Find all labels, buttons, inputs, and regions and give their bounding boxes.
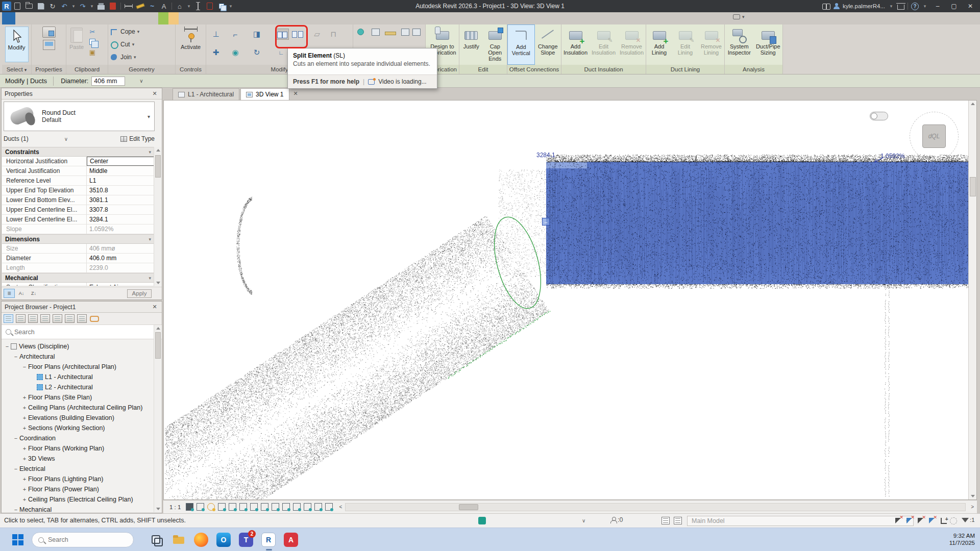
property-value[interactable]: 406.0 mm	[87, 254, 154, 263]
property-value[interactable]: 3510.8	[87, 186, 154, 195]
property-value[interactable]: 406 mmø	[87, 244, 154, 253]
geometry-tool[interactable]: Cope ▾	[108, 25, 175, 38]
sort-by-group-button[interactable]: ≡	[4, 289, 15, 298]
account-avatar-icon[interactable]	[834, 3, 840, 9]
properties-close-icon[interactable]: ✕	[151, 90, 159, 97]
trim-extend-icon[interactable]: ∟	[275, 46, 288, 59]
task-view-button[interactable]	[149, 533, 163, 547]
worksharing-display-icon[interactable]	[314, 503, 322, 511]
undo-dropdown-icon[interactable]: ▾	[70, 1, 77, 11]
activate-label[interactable]: Activate	[176, 44, 206, 50]
scrollbar-thumb[interactable]	[155, 332, 161, 359]
scroll-left-icon[interactable]: <	[336, 504, 345, 510]
diameter-dropdown-icon[interactable]: ∨	[139, 78, 143, 84]
property-value[interactable]: 2239.0	[87, 263, 154, 272]
ribbon-tab[interactable]	[117, 12, 128, 24]
tree-item[interactable]: + Sections (Working Section)	[2, 423, 154, 433]
browser-sheets-icon[interactable]	[40, 314, 50, 323]
browser-search[interactable]	[2, 325, 162, 339]
diameter-input[interactable]: 406 mm	[91, 77, 125, 86]
browser-schedules-icon[interactable]	[28, 314, 38, 323]
tree-toggle[interactable]: +	[21, 456, 28, 462]
status-dropdown-icon[interactable]: ∨	[582, 518, 585, 523]
property-value[interactable]: Middle	[87, 166, 154, 176]
browser-families-icon[interactable]	[53, 314, 62, 323]
show-analytical-model-icon[interactable]	[282, 503, 290, 511]
tree-item[interactable]: − Floor Plans (Architectural Plan)	[2, 362, 154, 372]
detail-level-icon[interactable]	[186, 503, 193, 511]
tree-toggle[interactable]: −	[12, 466, 19, 472]
help-icon[interactable]: ?	[911, 3, 919, 10]
ribbon-tab[interactable]	[56, 12, 66, 24]
browser-links-icon[interactable]	[89, 314, 99, 323]
browser-views-icon[interactable]	[16, 314, 26, 323]
family-types-icon[interactable]	[43, 40, 55, 50]
tree-item[interactable]: L1 - Architectural	[2, 372, 154, 382]
duct-lining-button[interactable]: AddLining	[646, 24, 672, 65]
panel-label-edit[interactable]: Edit	[459, 65, 507, 74]
selection-box-icon[interactable]	[357, 29, 364, 35]
property-value[interactable]: 3307.8	[87, 205, 154, 214]
tree-toggle[interactable]: −	[21, 364, 28, 370]
drag-on-selection-icon[interactable]	[939, 517, 947, 525]
scroll-up-icon[interactable]	[156, 149, 160, 152]
scroll-down-icon[interactable]	[156, 508, 160, 510]
temporary-view-properties-icon[interactable]	[272, 503, 279, 511]
viewcube-face[interactable]: dQL	[922, 124, 946, 148]
tree-item[interactable]: L2 - Architectural	[2, 382, 154, 392]
align-icon[interactable]: ⊥	[209, 28, 223, 41]
taskbar-clock[interactable]: 9:32 AM 11/7/2025	[949, 532, 975, 546]
duct-insulation-button[interactable]: AddInsulation	[561, 24, 590, 65]
geometry-dropdown-icon[interactable]: ▾	[134, 55, 136, 60]
thin-lines-icon[interactable]	[192, 1, 204, 11]
scrollbar-thumb[interactable]	[970, 177, 976, 196]
tree-item[interactable]: + Ceiling Plans (Architectural Ceiling P…	[2, 403, 154, 413]
property-row[interactable]: Length 2239.0	[2, 263, 154, 273]
tree-toggle[interactable]: +	[21, 476, 28, 482]
property-row[interactable]: Vertical Justification Middle	[2, 166, 154, 176]
ribbon-tab[interactable]	[168, 12, 179, 24]
property-value[interactable]: L1	[87, 176, 154, 185]
taskbar-search[interactable]	[32, 532, 134, 547]
mirror-icon[interactable]: ◨	[250, 28, 263, 41]
scale-icon[interactable]: ▱	[310, 28, 324, 41]
store-cart-icon[interactable]	[897, 5, 904, 10]
ribbon-tab[interactable]	[107, 12, 117, 24]
tree-item[interactable]: − Electrical	[2, 464, 154, 474]
panel-label-duct-insulation[interactable]: Duct Insulation	[561, 65, 646, 74]
browser-groups-icon[interactable]	[65, 314, 75, 323]
offset-connections-button[interactable]: AddVertical	[507, 24, 535, 65]
account-dropdown-icon[interactable]: ▾	[888, 1, 894, 11]
teams-icon[interactable]: T 2	[239, 533, 253, 547]
modify-tool-button[interactable]: Modify	[5, 27, 29, 62]
tree-item[interactable]: − Coordination	[2, 433, 154, 443]
tree-toggle[interactable]: +	[21, 445, 28, 452]
analysis-button[interactable]: SystemInspector	[725, 24, 754, 65]
ribbon-tab[interactable]	[2, 12, 15, 24]
duct-lining-button[interactable]: EditLining	[672, 24, 698, 65]
signed-in-user[interactable]: kyle.palmerR4...	[843, 3, 885, 9]
visual-style-icon[interactable]	[197, 503, 204, 511]
activate-pin-icon[interactable]	[186, 33, 196, 43]
property-value[interactable]: 1.0592%	[87, 224, 154, 234]
scrollbar-thumb[interactable]	[155, 155, 161, 178]
panel-label-select[interactable]: Select ▾	[2, 65, 31, 74]
view-tab-close-icon[interactable]: ✕	[293, 90, 298, 98]
tree-toggle[interactable]: +	[21, 496, 28, 503]
selection-summary[interactable]: Ducts (1)	[4, 135, 29, 142]
duct-insulation-button[interactable]: RemoveInsulation	[618, 24, 646, 65]
ribbon-display-dropdown-icon[interactable]: ▾	[742, 14, 745, 19]
file-tabs-icon[interactable]	[12, 1, 23, 11]
status-misc-icon[interactable]	[478, 517, 486, 524]
spline-icon[interactable]: ~	[146, 1, 158, 11]
property-row[interactable]: Lower End Centerline El... 3284.1	[2, 215, 154, 224]
point-cloud-view[interactable]	[164, 101, 969, 500]
analysis-button[interactable]: Duct/PipeSizing	[754, 24, 783, 65]
restore-button[interactable]: ▢	[947, 1, 961, 12]
property-row[interactable]: Size 406 mmø	[2, 244, 154, 254]
panel-label-offset-connections[interactable]: Offset Connections	[507, 65, 561, 74]
ribbon-tab[interactable]	[128, 12, 138, 24]
property-row[interactable]: System Classification Exhaust Air	[2, 283, 154, 286]
redo-dropdown-icon[interactable]: ▾	[89, 1, 95, 11]
qat-customize-icon[interactable]: ▾	[228, 1, 234, 11]
